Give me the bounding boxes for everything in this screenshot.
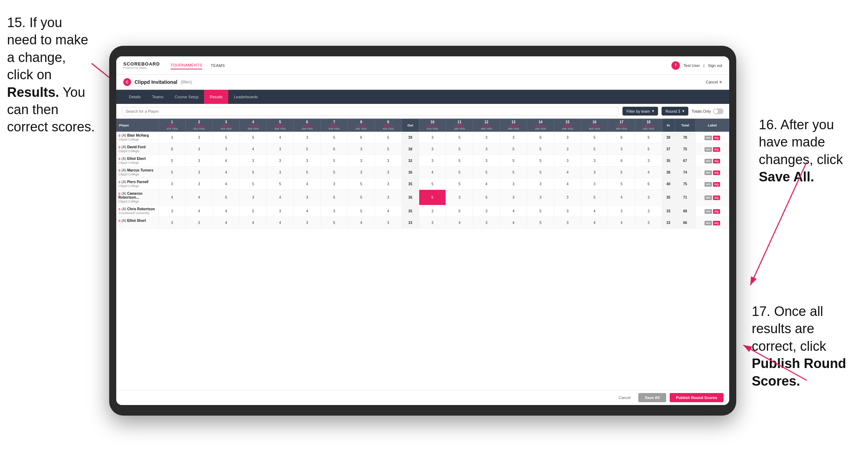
dq-button[interactable]: DQ [713, 221, 720, 225]
score-hole-8[interactable]: 5 [348, 178, 375, 190]
score-hole-6[interactable]: 3 [293, 132, 321, 143]
score-hole-3[interactable]: 4 [212, 178, 240, 190]
score-hole-11[interactable]: 5 [446, 143, 473, 155]
score-hole-10[interactable]: 3 [419, 132, 446, 143]
nav-link-tournaments[interactable]: TOURNAMENTS [170, 62, 202, 69]
totals-toggle-switch[interactable] [713, 108, 724, 114]
score-hole-13[interactable]: 3 [500, 190, 527, 205]
score-hole-6[interactable]: 3 [293, 217, 321, 229]
score-hole-18[interactable]: 5 [635, 143, 662, 155]
score-hole-10[interactable]: 6 [419, 190, 446, 205]
score-hole-11[interactable]: 5 [446, 132, 473, 143]
cancel-button[interactable]: Cancel [614, 393, 635, 402]
score-hole-5[interactable]: 5 [267, 178, 294, 190]
score-hole-1[interactable]: 4 [159, 190, 186, 205]
score-hole-11[interactable]: 5 [446, 155, 473, 167]
score-hole-10[interactable]: 5 [419, 178, 446, 190]
score-hole-16[interactable]: 5 [581, 190, 608, 205]
score-hole-17[interactable]: 6 [608, 155, 635, 167]
score-hole-12[interactable]: 3 [473, 217, 500, 229]
score-hole-11[interactable]: 5 [446, 205, 473, 217]
score-hole-5[interactable]: 4 [267, 190, 294, 205]
score-hole-2[interactable]: 3 [186, 143, 213, 155]
score-hole-11[interactable]: 4 [446, 217, 473, 229]
score-hole-12[interactable]: 3 [473, 155, 500, 167]
wd-button[interactable]: WD [705, 170, 712, 175]
dq-button[interactable]: DQ [713, 170, 720, 175]
score-hole-3[interactable]: 4 [212, 217, 240, 229]
score-hole-4[interactable]: 5 [240, 132, 267, 143]
score-hole-5[interactable]: 3 [267, 167, 294, 178]
dq-button[interactable]: DQ [713, 182, 720, 187]
score-hole-2[interactable]: 4 [186, 190, 213, 205]
cancel-tournament-button[interactable]: Cancel ✕ [706, 80, 722, 85]
sub-nav-leaderboards[interactable]: Leaderboards [228, 90, 264, 104]
score-hole-17[interactable]: 5 [608, 167, 635, 178]
score-hole-14[interactable]: 6 [527, 132, 554, 143]
score-hole-3[interactable]: 3 [212, 143, 240, 155]
score-hole-13[interactable]: 3 [500, 132, 527, 143]
signout-link[interactable]: Sign out [708, 63, 722, 68]
score-hole-15[interactable]: 3 [554, 155, 581, 167]
score-hole-10[interactable]: 3 [419, 155, 446, 167]
score-hole-9[interactable]: 5 [375, 143, 402, 155]
score-hole-1[interactable]: 3 [159, 205, 186, 217]
score-hole-1[interactable]: 3 [159, 217, 186, 229]
score-hole-3[interactable]: 5 [212, 132, 240, 143]
score-hole-14[interactable]: 3 [527, 190, 554, 205]
score-hole-14[interactable]: 3 [527, 178, 554, 190]
score-hole-8[interactable]: 3 [348, 155, 375, 167]
score-hole-5[interactable]: 3 [267, 155, 294, 167]
score-hole-15[interactable]: 4 [554, 167, 581, 178]
score-hole-10[interactable]: 4 [419, 167, 446, 178]
score-hole-7[interactable]: 5 [321, 132, 348, 143]
score-hole-6[interactable]: 3 [293, 190, 321, 205]
score-hole-8[interactable]: 6 [348, 132, 375, 143]
score-hole-12[interactable]: 5 [473, 190, 500, 205]
nav-link-teams[interactable]: TEAMS [211, 62, 225, 69]
score-hole-17[interactable]: 3 [608, 205, 635, 217]
score-hole-14[interactable]: 5 [527, 167, 554, 178]
score-hole-13[interactable]: 3 [500, 178, 527, 190]
score-hole-12[interactable]: 3 [473, 205, 500, 217]
wd-button[interactable]: WD [705, 182, 712, 187]
score-hole-7[interactable]: 3 [321, 178, 348, 190]
score-hole-11[interactable]: 3 [446, 190, 473, 205]
score-hole-8[interactable]: 5 [348, 190, 375, 205]
score-hole-16[interactable]: 5 [581, 143, 608, 155]
score-hole-10[interactable]: 3 [419, 205, 446, 217]
score-hole-1[interactable]: 6 [159, 143, 186, 155]
score-hole-9[interactable]: 4 [375, 205, 402, 217]
score-hole-13[interactable]: 4 [500, 205, 527, 217]
score-hole-7[interactable]: 5 [321, 190, 348, 205]
score-hole-9[interactable]: 3 [375, 155, 402, 167]
score-hole-13[interactable]: 5 [500, 167, 527, 178]
score-hole-3[interactable]: 4 [212, 155, 240, 167]
wd-button[interactable]: WD [705, 136, 712, 140]
score-hole-15[interactable]: 3 [554, 217, 581, 229]
sub-nav-details[interactable]: Details [123, 90, 147, 104]
score-hole-6[interactable]: 5 [293, 143, 321, 155]
score-hole-15[interactable]: 4 [554, 178, 581, 190]
score-hole-17[interactable]: 4 [608, 190, 635, 205]
score-hole-6[interactable]: 4 [293, 178, 321, 190]
score-hole-18[interactable]: 5 [635, 132, 662, 143]
score-hole-7[interactable]: 6 [321, 143, 348, 155]
score-hole-3[interactable]: 5 [212, 190, 240, 205]
dq-button[interactable]: DQ [713, 136, 720, 140]
score-hole-4[interactable]: 4 [240, 143, 267, 155]
save-all-button[interactable]: Save All [638, 393, 666, 402]
score-hole-3[interactable]: 4 [212, 205, 240, 217]
wd-button[interactable]: WD [705, 221, 712, 225]
score-hole-4[interactable]: 5 [240, 167, 267, 178]
wd-button[interactable]: WD [705, 147, 712, 152]
score-hole-8[interactable]: 4 [348, 217, 375, 229]
score-hole-6[interactable]: 4 [293, 205, 321, 217]
score-hole-1[interactable]: 3 [159, 132, 186, 143]
score-hole-2[interactable]: 3 [186, 178, 213, 190]
dq-button[interactable]: DQ [713, 195, 720, 200]
score-hole-4[interactable]: 3 [240, 190, 267, 205]
score-hole-14[interactable]: 5 [527, 143, 554, 155]
score-hole-8[interactable]: 3 [348, 167, 375, 178]
score-hole-9[interactable]: 3 [375, 190, 402, 205]
